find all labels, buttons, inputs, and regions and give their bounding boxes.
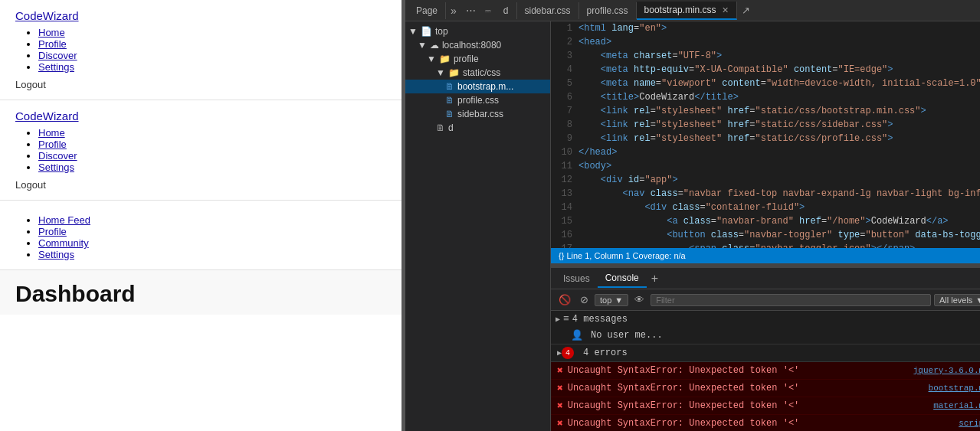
error-file-4[interactable]: scripty.js:1: [959, 419, 980, 428]
file-tree-top-label: top: [435, 26, 448, 37]
error-text-2: Uncaught SyntaxError: Unexpected token '…: [568, 383, 929, 393]
nav-list-1: Home Profile Discover Settings: [15, 27, 386, 73]
tab-d[interactable]: d: [496, 2, 517, 19]
add-tab-icon[interactable]: +: [647, 272, 663, 286]
file-tree-localhost[interactable]: ▼ ☁ localhost:8080: [405, 38, 550, 52]
code-line-12: 12 <div id="app">: [551, 173, 980, 187]
code-line-1: 1<html lang="en">: [551, 21, 980, 35]
errors-header[interactable]: ▶ 4 4 errors: [551, 344, 980, 362]
file-tree-sidebarcss-label: sidebar.css: [457, 109, 503, 119]
nav-profile-1[interactable]: Profile: [38, 38, 67, 50]
file-tree-profilecss[interactable]: 🗎 profile.css: [405, 93, 550, 107]
error-file-2[interactable]: bootstrap.min.js:1: [929, 384, 980, 393]
logout-2: Logout: [15, 179, 386, 191]
error-row-2[interactable]: ✖ Uncaught SyntaxError: Unexpected token…: [551, 380, 980, 397]
errors-label-text: 4 errors: [583, 348, 628, 358]
tab-bootstrap-css[interactable]: bootstrap.min.css ✕: [637, 2, 737, 20]
logout-1: Logout: [15, 79, 386, 90]
error-count-badge: 4: [562, 347, 574, 359]
tab-console[interactable]: Console: [598, 269, 647, 288]
preview-section-1: CodeWizard Home Profile Discover Setting…: [0, 0, 402, 100]
file-tree-profile-label: profile: [454, 54, 479, 64]
nav-list-3: Home Feed Profile Community Settings: [15, 214, 386, 260]
messages-count-text: 4 messages: [572, 314, 628, 325]
tab-expand-icon[interactable]: ↗: [737, 5, 755, 16]
nav-list-2: Home Profile Discover Settings: [15, 127, 386, 173]
nav-profile-2[interactable]: Profile: [38, 139, 67, 150]
code-line-10: 10</head>: [551, 145, 980, 159]
file-tree-d-label: d: [448, 122, 454, 133]
error-row-4[interactable]: ✖ Uncaught SyntaxError: Unexpected token…: [551, 415, 980, 431]
console-filter-input[interactable]: [651, 294, 931, 306]
nav-homefeed-3[interactable]: Home Feed: [38, 214, 90, 226]
file-tree-bootstrap[interactable]: 🗎 bootstrap.m...: [405, 80, 550, 93]
error-icon-2: ✖: [557, 382, 563, 394]
expand-icon: ▼: [427, 54, 436, 64]
file-tree-d[interactable]: 🗎 d: [405, 121, 550, 135]
messages-header[interactable]: ▶ ≡ 4 messages: [551, 311, 980, 327]
no-user-row[interactable]: 👤 No user me...: [551, 327, 980, 344]
file-tree-profile[interactable]: ▼ 📁 profile: [405, 52, 550, 66]
error-text-4: Uncaught SyntaxError: Unexpected token '…: [568, 418, 959, 429]
console-toolbar: 🚫 ⊘ top ▼ 👁 All levels ▼ 5 ⚙: [551, 289, 980, 311]
code-line-5: 5 <meta name="viewport" content="width=d…: [551, 77, 980, 90]
tab-issues[interactable]: Issues: [556, 270, 598, 287]
code-line-15: 15 <a class="navbar-brand" href="/home">…: [551, 214, 980, 228]
nav-profile-3[interactable]: Profile: [38, 226, 67, 237]
dropdown-chevron-icon: ▼: [615, 295, 623, 305]
code-line-9: 9 <link rel="stylesheet" href="static/cs…: [551, 132, 980, 145]
top-context-dropdown[interactable]: top ▼: [595, 294, 628, 306]
devtools-file-tabs: Page » ⋯ ⎓ d sidebar.css profile.css boo…: [405, 0, 980, 21]
pause-icon[interactable]: ⊘: [577, 294, 592, 305]
tabs-more-icon[interactable]: »: [446, 5, 461, 17]
file-tree: ▼ 📄 top ▼ ☁ localhost:8080 ▼ 📁 profile ▼…: [405, 21, 551, 431]
brand-link-1[interactable]: CodeWizard: [15, 9, 386, 22]
nav-community-3[interactable]: Community: [38, 237, 89, 249]
brand-link-2[interactable]: CodeWizard: [15, 109, 386, 122]
file-tree-top[interactable]: ▼ 📄 top: [405, 24, 550, 38]
console-panel: Issues Console + ✕ 🚫 ⊘ top ▼ 👁: [551, 266, 980, 431]
nav-home-1[interactable]: Home: [38, 27, 65, 38]
devtools-body: ▼ 📄 top ▼ ☁ localhost:8080 ▼ 📁 profile ▼…: [405, 21, 980, 431]
code-line-13: 13 <nav class="navbar fixed-top navbar-e…: [551, 187, 980, 201]
expand-icon: ▼: [408, 26, 418, 37]
nav-discover-1[interactable]: Discover: [38, 50, 77, 61]
code-line-2: 2<head>: [551, 35, 980, 49]
dashboard-section: Dashboard: [0, 270, 402, 315]
code-line-16: 16 <button class="navbar-toggler" type="…: [551, 228, 980, 242]
error-row-1[interactable]: ✖ Uncaught SyntaxError: Unexpected token…: [551, 362, 980, 380]
nav-settings-2[interactable]: Settings: [38, 162, 74, 173]
console-messages-section: ▶ ≡ 4 messages 👤 No user me...: [551, 311, 980, 344]
code-line-8: 8 <link rel="stylesheet" href="static/cs…: [551, 118, 980, 132]
nav-settings-3[interactable]: Settings: [38, 249, 74, 260]
tab-panel-icon[interactable]: ⎓: [480, 5, 496, 16]
console-body: ▶ ≡ 4 messages 👤 No user me...: [551, 311, 980, 431]
tab-sidebar-css[interactable]: sidebar.css: [517, 2, 579, 19]
tab-options-icon[interactable]: ⋯: [461, 5, 480, 16]
eye-icon[interactable]: 👁: [631, 294, 647, 305]
file-tree-sidebarcss[interactable]: 🗎 sidebar.css: [405, 107, 550, 121]
tab-page[interactable]: Page: [408, 2, 446, 19]
code-line-17: 17 <span class="navbar-toggler-icon"></s…: [551, 242, 980, 248]
error-file-3[interactable]: material.min.js:1: [933, 401, 980, 410]
error-icon-1: ✖: [557, 364, 563, 377]
error-file-1[interactable]: jquery-3.6.0.min.js:1: [913, 366, 980, 375]
nav-discover-2[interactable]: Discover: [38, 150, 77, 162]
error-text-1: Uncaught SyntaxError: Unexpected token '…: [568, 365, 913, 376]
clear-console-icon[interactable]: 🚫: [556, 294, 574, 305]
devtools-panel: Page » ⋯ ⎓ d sidebar.css profile.css boo…: [405, 0, 980, 431]
error-row-3[interactable]: ✖ Uncaught SyntaxError: Unexpected token…: [551, 397, 980, 415]
code-line-14: 14 <div class="container-fluid">: [551, 201, 980, 214]
log-level-dropdown[interactable]: All levels ▼: [934, 294, 980, 306]
log-level-label: All levels: [939, 295, 972, 305]
error-text-3: Uncaught SyntaxError: Unexpected token '…: [568, 400, 933, 411]
code-editor: 1<html lang="en"> 2<head> 3 <meta charse…: [551, 21, 980, 248]
no-user-text: No user me...: [591, 330, 663, 341]
tab-profile-css[interactable]: profile.css: [579, 2, 637, 19]
tab-close-icon[interactable]: ✕: [722, 5, 729, 15]
file-tree-staticcss[interactable]: ▼ 📁 static/css: [405, 66, 550, 80]
list-icon: ≡: [563, 313, 569, 325]
file-tree-profilecss-label: profile.css: [457, 95, 499, 106]
nav-settings-1[interactable]: Settings: [38, 61, 74, 73]
nav-home-2[interactable]: Home: [38, 127, 65, 139]
